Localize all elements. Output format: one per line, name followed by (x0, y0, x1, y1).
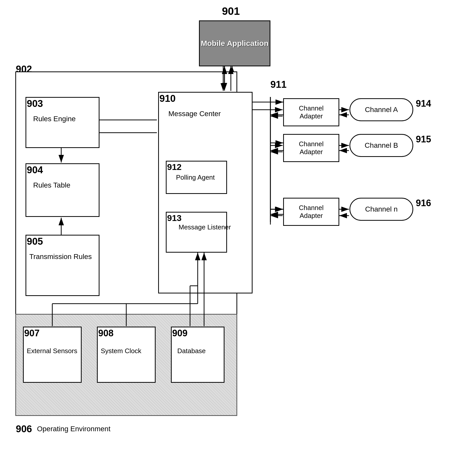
ref-916: 916 (416, 198, 431, 208)
ref-914: 914 (416, 98, 431, 109)
channel-a-pill: Channel A (349, 98, 413, 121)
message-center-label: Message Center (168, 110, 221, 118)
ref-911: 911 (270, 79, 286, 90)
ref-903: 903 (27, 98, 43, 109)
message-listener-label: Message Listener (179, 223, 231, 231)
ref-909: 909 (172, 328, 187, 339)
mobile-app-label: Mobile Application (201, 39, 269, 48)
mobile-app-box: Mobile Application (199, 20, 270, 66)
ref-912: 912 (167, 162, 182, 172)
channel-n-pill: Channel n (349, 198, 413, 221)
transmission-rules-label: Transmission Rules (29, 253, 92, 261)
ref-905: 905 (27, 236, 43, 247)
ref-910: 910 (159, 93, 176, 104)
system-clock-label: System Clock (101, 347, 141, 355)
channel-a-label: Channel A (365, 106, 398, 114)
ref-907: 907 (24, 328, 40, 339)
channel-adapter-1: ChannelAdapter (283, 98, 339, 126)
channel-b-pill: Channel B (349, 134, 413, 157)
channel-b-label: Channel B (365, 141, 398, 150)
ref-906: 906 (16, 424, 32, 435)
ref-901: 901 (222, 5, 240, 17)
ref-904: 904 (27, 165, 43, 176)
rules-table-label: Rules Table (33, 181, 70, 189)
operating-env-label: Operating Environment (37, 425, 110, 433)
diagram-container: 901 Mobile Application 902 Messaging Cli… (0, 0, 476, 469)
channel-adapter-2-label: ChannelAdapter (299, 140, 324, 156)
polling-agent-label: Polling Agent (176, 174, 215, 181)
channel-adapter-3-label: ChannelAdapter (299, 204, 324, 220)
channel-adapter-2: ChannelAdapter (283, 134, 339, 162)
external-sensors-label: External Sensors (27, 347, 77, 355)
ref-908: 908 (98, 328, 114, 339)
ref-915: 915 (416, 134, 431, 145)
database-label: Database (177, 347, 206, 355)
ref-913: 913 (167, 213, 182, 223)
channel-n-label: Channel n (365, 205, 398, 213)
channel-adapter-3: ChannelAdapter (283, 198, 339, 226)
rules-engine-label: Rules Engine (33, 115, 76, 123)
channel-adapter-1-label: ChannelAdapter (299, 104, 324, 120)
